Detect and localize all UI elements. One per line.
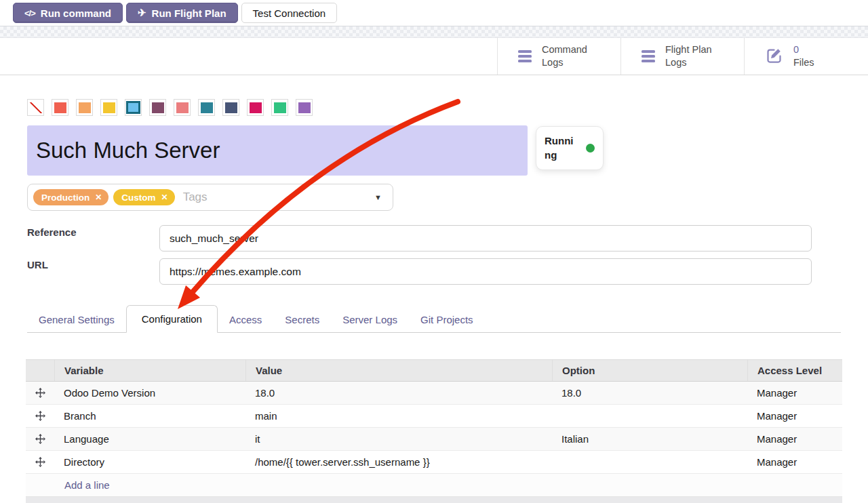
- drag-handle-icon[interactable]: [26, 428, 54, 450]
- list-icon: [642, 50, 655, 62]
- cell-variable[interactable]: Directory: [54, 451, 245, 473]
- command-logs-label: Command Logs: [542, 43, 587, 69]
- tab-configuration[interactable]: Configuration: [126, 305, 218, 333]
- test-connection-label: Test Connection: [253, 7, 326, 19]
- chevron-down-icon[interactable]: ▼: [374, 193, 382, 201]
- tag-custom-label: Custom: [121, 193, 155, 203]
- table-row: Language it Italian Manager: [26, 428, 842, 451]
- tags-placeholder: Tags: [183, 190, 208, 204]
- color-swatch-7[interactable]: [198, 99, 215, 116]
- remove-tag-icon[interactable]: ✕: [95, 193, 102, 202]
- remove-tag-icon[interactable]: ✕: [161, 193, 168, 202]
- action-toolbar: </> Run command ✈ Run Flight Plan Test C…: [0, 0, 868, 26]
- form-header-band: Command Logs Flight Plan Logs 0 Files: [0, 38, 868, 75]
- drag-handle-icon[interactable]: [26, 451, 54, 473]
- files-count: 0: [793, 44, 799, 55]
- add-line-row: Add a line: [26, 474, 842, 497]
- plane-icon: ✈: [138, 7, 146, 19]
- color-swatch-9[interactable]: [247, 99, 264, 116]
- handle-column-header: [26, 360, 54, 381]
- run-flight-plan-button[interactable]: ✈ Run Flight Plan: [126, 3, 238, 23]
- record-title-field[interactable]: Such Much Server: [27, 125, 528, 176]
- url-field[interactable]: [159, 258, 812, 285]
- tag-custom: Custom ✕: [113, 189, 174, 205]
- flight-plan-logs-stat-button[interactable]: Flight Plan Logs: [620, 38, 744, 75]
- column-header-variable: Variable: [54, 360, 245, 381]
- cell-variable[interactable]: Branch: [54, 405, 245, 427]
- cell-value[interactable]: it: [245, 428, 552, 450]
- color-swatch-5[interactable]: [149, 99, 166, 116]
- flight-plan-logs-label: Flight Plan Logs: [665, 43, 712, 69]
- color-swatch-2[interactable]: [76, 99, 93, 116]
- cell-option[interactable]: 18.0: [552, 382, 747, 404]
- color-swatch-4-selected[interactable]: [125, 99, 142, 116]
- column-header-option: Option: [552, 360, 747, 381]
- reference-label: Reference: [27, 226, 77, 238]
- tab-access[interactable]: Access: [218, 306, 273, 332]
- table-row: Branch main Manager: [26, 405, 842, 428]
- test-connection-button[interactable]: Test Connection: [241, 3, 338, 23]
- color-swatch-8[interactable]: [222, 99, 239, 116]
- run-command-label: Run command: [41, 7, 111, 19]
- files-stat-label: 0 Files: [793, 43, 814, 69]
- cell-access-level[interactable]: Manager: [747, 405, 842, 427]
- cell-value[interactable]: main: [245, 405, 552, 427]
- color-swatch-11[interactable]: [296, 99, 313, 116]
- reference-field[interactable]: [159, 225, 812, 252]
- cell-access-level[interactable]: Manager: [747, 451, 842, 473]
- tab-git-projects[interactable]: Git Projects: [409, 306, 485, 332]
- tags-input[interactable]: Production ✕ Custom ✕ Tags ▼: [27, 184, 393, 211]
- notebook-tabs: General Settings Configuration Access Se…: [27, 306, 841, 333]
- run-command-button[interactable]: </> Run command: [13, 3, 123, 23]
- code-icon: </>: [24, 8, 35, 18]
- configuration-table: Variable Value Option Access Level Odoo …: [26, 359, 842, 503]
- cell-value[interactable]: 18.0: [245, 382, 552, 404]
- status-button[interactable]: Running: [536, 126, 604, 170]
- color-swatch-1[interactable]: [52, 99, 68, 116]
- edit-file-icon: [765, 46, 783, 67]
- table-row: Directory /home/{{ tower.server.ssh_user…: [26, 451, 842, 474]
- table-row: Odoo Demo Version 18.0 18.0 Manager: [26, 382, 842, 405]
- color-swatch-none[interactable]: [27, 99, 44, 116]
- cell-access-level[interactable]: Manager: [747, 428, 842, 450]
- status-dot-green: [586, 144, 595, 153]
- files-stat-button[interactable]: 0 Files: [744, 38, 868, 75]
- color-swatch-6[interactable]: [174, 99, 191, 116]
- status-label: Running: [545, 134, 577, 162]
- color-palette: [27, 99, 313, 116]
- tab-secrets[interactable]: Secrets: [273, 306, 331, 332]
- table-header-row: Variable Value Option Access Level: [26, 359, 842, 382]
- url-label: URL: [27, 259, 48, 270]
- color-swatch-3[interactable]: [100, 99, 117, 116]
- color-swatch-10[interactable]: [271, 99, 288, 116]
- tab-general-settings[interactable]: General Settings: [27, 306, 126, 332]
- cell-value[interactable]: /home/{{ tower.server.ssh_username }}: [245, 451, 552, 473]
- server-form-page: </> Run command ✈ Run Flight Plan Test C…: [0, 0, 868, 503]
- column-header-access-level: Access Level: [747, 360, 842, 381]
- tag-production: Production ✕: [33, 189, 108, 205]
- separator-strip: [0, 26, 868, 38]
- drag-handle-icon[interactable]: [26, 405, 54, 427]
- cell-variable[interactable]: Language: [54, 428, 245, 450]
- table-footer-strip: [26, 497, 842, 503]
- tab-server-logs[interactable]: Server Logs: [331, 306, 409, 332]
- cell-access-level[interactable]: Manager: [747, 382, 842, 404]
- list-icon: [518, 50, 532, 62]
- cell-option[interactable]: Italian: [552, 428, 747, 450]
- tag-production-label: Production: [41, 193, 90, 203]
- cell-option[interactable]: [552, 451, 747, 473]
- cell-option[interactable]: [552, 405, 747, 427]
- run-flight-plan-label: Run Flight Plan: [152, 7, 226, 19]
- drag-handle-icon[interactable]: [26, 382, 54, 404]
- add-a-line-link[interactable]: Add a line: [64, 479, 110, 491]
- command-logs-stat-button[interactable]: Command Logs: [497, 38, 620, 75]
- cell-variable[interactable]: Odoo Demo Version: [54, 382, 245, 404]
- column-header-value: Value: [245, 360, 552, 381]
- record-title: Such Much Server: [36, 138, 220, 163]
